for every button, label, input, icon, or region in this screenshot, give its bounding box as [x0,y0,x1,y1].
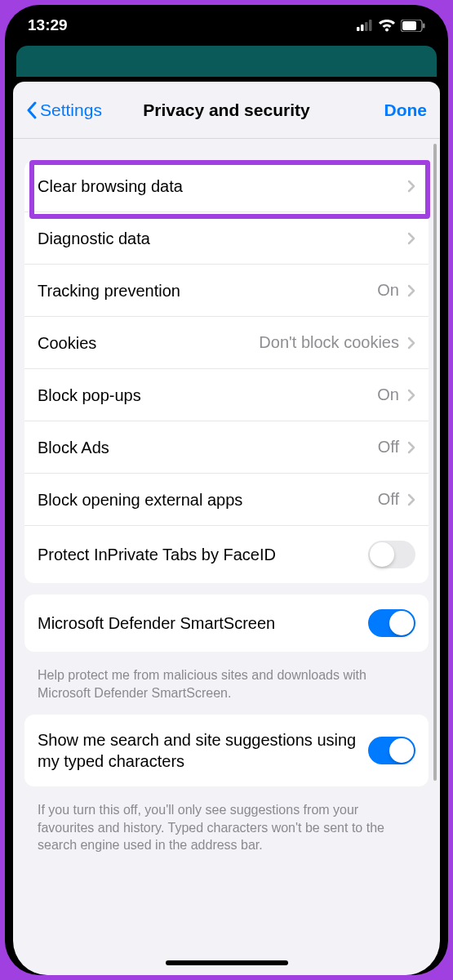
row-value: Don't block cookies [259,333,399,352]
chevron-right-icon [407,389,415,402]
row-label: Block opening external apps [38,489,378,510]
row-clear-browsing-data[interactable]: Clear browsing data [24,160,429,212]
footer-search-suggestions: If you turn this off, you'll only see su… [24,798,429,867]
chevron-right-icon [407,284,415,297]
chevron-right-icon [407,493,415,506]
content-scroll[interactable]: Clear browsing data Diagnostic data Trac… [13,139,440,975]
toggle-search-suggestions[interactable] [368,737,415,764]
chevron-right-icon [407,232,415,245]
home-indicator[interactable] [166,960,288,965]
status-time: 13:29 [28,16,68,34]
chevron-right-icon [407,336,415,350]
svg-rect-3 [369,20,372,31]
section-search-suggestions: Show me search and site suggestions usin… [24,715,429,786]
row-smartscreen: Microsoft Defender SmartScreen [24,595,429,652]
row-value: Off [378,438,399,457]
row-block-ads[interactable]: Block Ads Off [24,421,429,474]
row-label: Protect InPrivate Tabs by FaceID [38,544,368,565]
svg-rect-6 [402,21,416,30]
row-value: On [377,385,399,404]
cellular-icon [357,20,373,31]
row-protect-inprivate: Protect InPrivate Tabs by FaceID [24,526,429,583]
row-cookies[interactable]: Cookies Don't block cookies [24,317,429,369]
row-label: Show me search and site suggestions usin… [38,729,368,772]
row-value: On [377,281,399,300]
chevron-left-icon [26,101,37,119]
row-label: Block pop-ups [38,385,377,406]
chevron-right-icon [407,180,415,193]
page-title: Privacy and security [143,100,309,120]
back-label: Settings [40,100,102,120]
row-label: Tracking prevention [38,280,377,301]
background-card [16,46,437,77]
svg-rect-0 [357,27,360,31]
row-value: Off [378,490,399,509]
scrollbar[interactable] [433,144,437,781]
svg-rect-2 [365,22,368,31]
footer-smartscreen: Help protect me from malicious sites and… [24,663,429,715]
settings-sheet: Settings Privacy and security Done Clear… [13,82,440,975]
navigation-bar: Settings Privacy and security Done [13,82,440,139]
done-button[interactable]: Done [384,100,428,120]
row-label: Microsoft Defender SmartScreen [38,612,368,634]
status-bar: 13:29 [5,5,448,46]
toggle-knob [389,611,414,635]
row-label: Diagnostic data [38,228,407,249]
row-label: Cookies [38,332,259,354]
row-diagnostic-data[interactable]: Diagnostic data [24,212,429,265]
status-icons [357,20,425,32]
back-button[interactable]: Settings [26,100,102,120]
row-search-suggestions: Show me search and site suggestions usin… [24,715,429,786]
chevron-right-icon [407,441,415,454]
section-privacy-main: Clear browsing data Diagnostic data Trac… [24,160,429,583]
row-label: Clear browsing data [38,176,407,197]
phone-frame: 13:29 [5,5,448,975]
wifi-icon [379,20,395,32]
toggle-protect-inprivate[interactable] [368,541,415,568]
row-block-popups[interactable]: Block pop-ups On [24,369,429,421]
toggle-knob [370,542,394,567]
svg-rect-1 [361,24,364,31]
toggle-smartscreen[interactable] [368,609,415,637]
section-smartscreen: Microsoft Defender SmartScreen [24,595,429,652]
battery-icon [401,20,425,32]
row-label: Block Ads [38,437,378,458]
svg-rect-7 [423,23,425,28]
toggle-knob [389,738,414,763]
svg-point-4 [385,28,389,31]
row-block-external-apps[interactable]: Block opening external apps Off [24,474,429,526]
row-tracking-prevention[interactable]: Tracking prevention On [24,265,429,317]
